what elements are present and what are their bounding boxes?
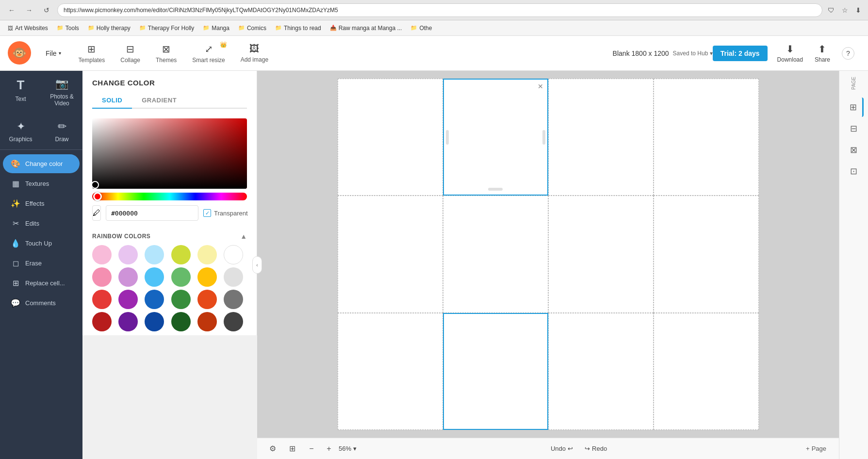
swatch-2-0[interactable] bbox=[92, 290, 112, 309]
swatch-1-5[interactable] bbox=[224, 267, 243, 287]
file-menu[interactable]: File ▾ bbox=[40, 47, 67, 60]
canvas-cell-2-0[interactable] bbox=[338, 313, 443, 430]
swatch-0-1[interactable] bbox=[118, 245, 138, 264]
swatch-3-0[interactable] bbox=[92, 312, 112, 331]
swatch-2-1[interactable] bbox=[118, 290, 138, 309]
cell-right-handle[interactable] bbox=[542, 130, 545, 145]
bookmark-therapy-for-holly[interactable]: 📁 Therapy For Holly bbox=[135, 23, 198, 33]
swatch-0-2[interactable] bbox=[145, 245, 164, 264]
right-panel-icon-2[interactable]: ⊠ bbox=[844, 140, 864, 160]
help-button[interactable]: ? bbox=[836, 44, 860, 63]
download-browser-icon[interactable]: ⬇ bbox=[853, 5, 863, 15]
swatch-2-5[interactable] bbox=[224, 290, 243, 309]
swatch-2-3[interactable] bbox=[171, 290, 191, 309]
hue-slider[interactable] bbox=[92, 193, 247, 200]
swatch-0-3[interactable] bbox=[171, 245, 191, 264]
bookmark-icon[interactable]: ☆ bbox=[840, 5, 850, 15]
swatch-3-2[interactable] bbox=[145, 312, 164, 331]
sidebar-item-change-color[interactable]: 🎨 Change color bbox=[3, 154, 80, 173]
bookmark-art-websites[interactable]: 🖼 Art Websites bbox=[4, 23, 52, 33]
solid-tab[interactable]: SOLID bbox=[92, 93, 132, 109]
transparent-check[interactable]: ✓ Transparent bbox=[203, 209, 248, 217]
add-image-tool[interactable]: 🖼 Add image bbox=[233, 39, 276, 67]
back-button[interactable]: ← bbox=[5, 3, 18, 17]
sidebar-tool-draw[interactable]: ✏ Draw bbox=[41, 114, 82, 149]
sidebar-tool-text[interactable]: T Text bbox=[0, 71, 41, 114]
canvas-cell-0-2[interactable] bbox=[548, 79, 654, 196]
swatch-3-5[interactable] bbox=[224, 312, 243, 331]
swatch-2-4[interactable] bbox=[197, 290, 217, 309]
swatch-3-4[interactable] bbox=[197, 312, 217, 331]
transparent-checkbox[interactable]: ✓ bbox=[203, 209, 211, 217]
right-panel-icon-1[interactable]: ⊟ bbox=[844, 119, 864, 138]
sidebar-item-edits[interactable]: ✂ Edits bbox=[3, 214, 80, 233]
hue-handle[interactable] bbox=[93, 192, 102, 201]
sidebar-item-comments[interactable]: 💬 Comments bbox=[3, 294, 80, 312]
canvas-cell-2-2[interactable] bbox=[548, 313, 654, 430]
canvas-cell-0-3[interactable] bbox=[654, 79, 759, 196]
swatch-1-3[interactable] bbox=[171, 267, 191, 287]
right-panel-icon-3[interactable]: ⊡ bbox=[844, 162, 864, 181]
bookmark-raw-manga[interactable]: 📥 Raw manga at Manga ... bbox=[326, 23, 406, 33]
cell-left-handle[interactable] bbox=[446, 130, 449, 145]
bookmark-manga[interactable]: 📁 Manga bbox=[199, 23, 233, 33]
templates-tool[interactable]: ⊞ Templates bbox=[71, 39, 113, 67]
add-page-button[interactable]: + Page bbox=[801, 443, 831, 454]
sidebar-item-effects[interactable]: ✨ Effects bbox=[3, 194, 80, 213]
eyedropper-button[interactable]: 🖊 bbox=[92, 205, 101, 221]
canvas-cell-2-3[interactable] bbox=[654, 313, 759, 430]
color-gradient-box[interactable] bbox=[92, 118, 247, 189]
share-button[interactable]: ⬆ Share bbox=[809, 40, 836, 66]
canvas-cell-1-2[interactable] bbox=[548, 196, 654, 312]
rainbow-collapse-button[interactable]: ▲ bbox=[240, 232, 247, 240]
collage-tool[interactable]: ⊟ Collage bbox=[113, 39, 148, 67]
sidebar-item-touch-up[interactable]: 💧 Touch Up bbox=[3, 234, 80, 253]
canvas-cell-0-0[interactable] bbox=[338, 79, 443, 196]
zoom-out-button[interactable]: − bbox=[304, 441, 319, 457]
sidebar-tool-photos[interactable]: 📷 Photos & Video bbox=[41, 71, 82, 114]
gradient-tab[interactable]: GRADIENT bbox=[132, 93, 186, 109]
layout-button[interactable]: ⊞ bbox=[284, 441, 300, 457]
bookmark-tools[interactable]: 📁 Tools bbox=[53, 23, 83, 33]
right-panel-icon-0[interactable]: ⊞ bbox=[844, 98, 864, 117]
canvas-cell-1-3[interactable] bbox=[654, 196, 759, 312]
bookmark-things-to-read[interactable]: 📁 Things to read bbox=[271, 23, 325, 33]
cell-close-button[interactable]: ✕ bbox=[536, 82, 545, 91]
refresh-button[interactable]: ↺ bbox=[40, 3, 53, 17]
swatch-1-0[interactable] bbox=[92, 267, 112, 287]
swatch-2-2[interactable] bbox=[145, 290, 164, 309]
sidebar-item-replace-cell[interactable]: ⊞ Replace cell... bbox=[3, 274, 80, 293]
sidebar-item-textures[interactable]: ▦ Textures bbox=[3, 174, 80, 193]
collapse-panel-button[interactable]: ‹ bbox=[252, 256, 262, 274]
undo-button[interactable]: Undo ↩ bbox=[547, 443, 577, 454]
settings-button[interactable]: ⚙ bbox=[265, 441, 280, 457]
redo-button[interactable]: ↪ Redo bbox=[581, 443, 611, 454]
canvas-cell-1-1[interactable] bbox=[443, 196, 548, 312]
url-bar[interactable] bbox=[57, 3, 822, 17]
hex-input[interactable] bbox=[106, 205, 198, 221]
download-button[interactable]: ⬇ Download bbox=[771, 40, 809, 66]
swatch-0-0[interactable] bbox=[92, 245, 112, 264]
saved-badge[interactable]: Saved to Hub ▾ bbox=[673, 50, 713, 57]
sidebar-item-erase[interactable]: ◻ Erase bbox=[3, 254, 80, 273]
smart-resize-tool[interactable]: ⤢ Smart resize 👑 bbox=[184, 39, 232, 67]
swatch-0-5[interactable] bbox=[224, 245, 243, 264]
cell-bottom-handle[interactable] bbox=[488, 188, 503, 191]
bookmark-holly-therapy[interactable]: 📁 Holly therapy bbox=[84, 23, 134, 33]
zoom-value[interactable]: 56% bbox=[339, 445, 351, 452]
zoom-dropdown-icon[interactable]: ▾ bbox=[353, 445, 357, 452]
themes-tool[interactable]: ⊠ Themes bbox=[148, 39, 184, 67]
swatch-1-4[interactable] bbox=[197, 267, 217, 287]
swatch-1-1[interactable] bbox=[118, 267, 138, 287]
canvas-workspace[interactable]: ✕ bbox=[257, 71, 839, 438]
bookmark-other[interactable]: 📁 Othe bbox=[407, 23, 436, 33]
swatch-0-4[interactable] bbox=[197, 245, 217, 264]
trial-button[interactable]: Trial: 2 days bbox=[713, 46, 768, 61]
swatch-1-2[interactable] bbox=[145, 267, 164, 287]
zoom-in-button[interactable]: + bbox=[321, 441, 337, 457]
sidebar-tool-graphics[interactable]: ✦ Graphics bbox=[0, 114, 41, 149]
canvas-cell-1-0[interactable] bbox=[338, 196, 443, 312]
canvas-cell-2-1[interactable] bbox=[443, 313, 548, 430]
canvas-cell-0-1[interactable]: ✕ bbox=[443, 79, 548, 196]
forward-button[interactable]: → bbox=[22, 3, 36, 17]
